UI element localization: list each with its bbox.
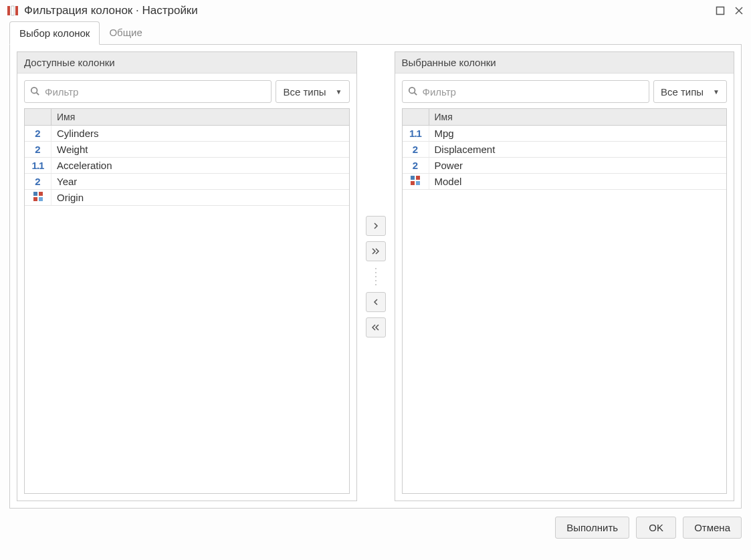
selected-filter-input[interactable] [421, 86, 643, 98]
integer-type-icon: 2 [35, 176, 40, 187]
maximize-button[interactable] [715, 5, 726, 16]
column-name: Mpg [429, 128, 727, 139]
svg-rect-9 [39, 192, 43, 196]
integer-type-icon: 2 [35, 128, 40, 139]
column-name: Origin [51, 192, 349, 203]
svg-point-12 [409, 87, 415, 93]
svg-rect-16 [411, 181, 415, 185]
cancel-button[interactable]: Отмена [683, 517, 742, 539]
footer: Выполнить OK Отмена [0, 509, 751, 547]
divider-dots [374, 267, 378, 287]
search-icon [30, 86, 39, 98]
column-name: Displacement [429, 144, 727, 155]
ok-button[interactable]: OK [636, 517, 676, 539]
svg-rect-2 [15, 6, 18, 15]
integer-type-icon: 2 [413, 144, 418, 155]
remove-button[interactable] [366, 292, 386, 312]
titlebar: Фильтрация колонок · Настройки [0, 0, 751, 21]
table-row[interactable]: Origin [25, 190, 349, 206]
table-row[interactable]: 1.1Acceleration [25, 158, 349, 174]
table-row[interactable]: 2Displacement [403, 142, 727, 158]
available-col-header-name: Имя [51, 109, 349, 125]
tab-column-selection[interactable]: Выбор колонок [9, 21, 100, 45]
add-all-button[interactable] [366, 241, 386, 261]
svg-rect-0 [7, 6, 10, 15]
selected-table-header: Имя [403, 109, 727, 126]
available-columns-table: Имя 2Cylinders2Weight1.1Acceleration2Yea… [24, 108, 350, 494]
table-row[interactable]: Model [403, 174, 727, 190]
svg-rect-14 [411, 176, 415, 180]
svg-point-6 [31, 87, 37, 93]
selected-type-select-label: Все типы [661, 86, 704, 98]
double-type-icon: 1.1 [409, 128, 421, 139]
selected-type-select[interactable]: Все типы ▼ [653, 80, 727, 103]
available-columns-panel: Доступные колонки Все типы ▼ Имя [17, 51, 357, 501]
close-button[interactable] [734, 5, 744, 16]
caret-down-icon: ▼ [713, 88, 720, 96]
integer-type-icon: 2 [35, 144, 40, 155]
available-type-select[interactable]: Все типы ▼ [276, 80, 349, 103]
column-name: Model [429, 176, 727, 187]
window-title: Фильтрация колонок · Настройки [24, 4, 710, 17]
execute-button[interactable]: Выполнить [555, 517, 629, 539]
search-icon [408, 86, 417, 98]
available-table-header: Имя [25, 109, 349, 126]
svg-rect-10 [33, 197, 37, 201]
column-name: Power [429, 160, 727, 171]
app-icon [7, 5, 19, 17]
table-row[interactable]: 2Weight [25, 142, 349, 158]
available-type-select-label: Все типы [283, 86, 326, 98]
selected-columns-header: Выбранные колонки [395, 52, 734, 74]
caret-down-icon: ▼ [336, 88, 342, 96]
selected-columns-table: Имя 1.1Mpg2Displacement2PowerModel [402, 108, 728, 494]
tabs: Выбор колонок Общие [0, 21, 751, 45]
svg-line-13 [414, 92, 417, 95]
svg-rect-17 [416, 181, 420, 185]
remove-all-button[interactable] [366, 317, 386, 337]
add-button[interactable] [366, 216, 386, 236]
svg-rect-11 [39, 197, 43, 201]
table-row[interactable]: 2Power [403, 158, 727, 174]
available-filter-input[interactable] [43, 86, 265, 98]
category-type-icon [410, 175, 421, 188]
tab-general[interactable]: Общие [100, 21, 151, 45]
table-row[interactable]: 2Cylinders [25, 126, 349, 142]
double-type-icon: 1.1 [32, 160, 44, 171]
svg-rect-8 [33, 192, 37, 196]
table-row[interactable]: 2Year [25, 174, 349, 190]
selected-filter-wrapper [402, 80, 649, 103]
svg-rect-15 [416, 176, 420, 180]
column-name: Acceleration [51, 160, 349, 171]
available-columns-header: Доступные колонки [17, 52, 356, 74]
category-type-icon [33, 191, 43, 204]
svg-rect-1 [11, 6, 14, 15]
column-name: Weight [51, 144, 349, 155]
selected-columns-panel: Выбранные колонки Все типы ▼ Имя [395, 51, 735, 501]
transfer-buttons [364, 51, 388, 501]
column-name: Cylinders [51, 128, 349, 139]
integer-type-icon: 2 [413, 160, 418, 171]
table-row[interactable]: 1.1Mpg [403, 126, 727, 142]
column-name: Year [51, 176, 349, 187]
main-content: Доступные колонки Все типы ▼ Имя [9, 45, 742, 509]
svg-line-7 [37, 92, 39, 95]
selected-col-header-name: Имя [429, 109, 727, 125]
available-filter-wrapper [24, 80, 272, 103]
svg-rect-3 [717, 7, 724, 15]
